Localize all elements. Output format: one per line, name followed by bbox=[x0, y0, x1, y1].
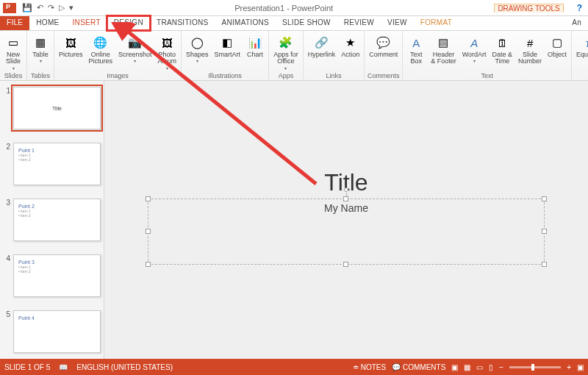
smartart-icon: ◧ bbox=[219, 35, 235, 51]
apps-icon: 🧩 bbox=[278, 35, 294, 51]
wordart-button[interactable]: AWordArt▾ bbox=[459, 32, 490, 71]
tab-review[interactable]: REVIEW bbox=[337, 16, 381, 30]
tab-format[interactable]: FORMAT bbox=[414, 16, 459, 30]
slideshow-icon[interactable]: ▷ bbox=[59, 3, 65, 12]
thumbnail-3[interactable]: 3Point 2• item 1• item 2 bbox=[3, 199, 101, 241]
action-button[interactable]: ★Action bbox=[338, 32, 362, 71]
status-bar: SLIDE 1 OF 5 📖 ENGLISH (UNITED STATES) ≐… bbox=[0, 359, 588, 375]
reading-view-icon[interactable]: ▭ bbox=[476, 363, 483, 371]
slide-counter[interactable]: SLIDE 1 OF 5 bbox=[4, 363, 50, 371]
group-label-comments: Comments bbox=[366, 71, 401, 80]
screenshot-button[interactable]: 📷Screenshot▾ bbox=[115, 32, 155, 71]
thumbnail-2[interactable]: 2Point 1• item 1• item 2 bbox=[3, 143, 101, 185]
new-slide-icon: ▭ bbox=[5, 35, 21, 51]
slide-number-button[interactable]: #Slide Number bbox=[515, 32, 545, 71]
resize-handle-tr[interactable] bbox=[542, 196, 547, 201]
ribbon-tabs: FILE HOME INSERT DESIGN TRANSITIONS ANIM… bbox=[0, 16, 588, 31]
header-footer-icon: ▤ bbox=[435, 35, 451, 51]
table-icon: ▦ bbox=[32, 35, 49, 51]
tab-transitions[interactable]: TRANSITIONS bbox=[150, 16, 215, 30]
group-images: 🖼Pictures 🌐Online Pictures 📷Screenshot▾ … bbox=[54, 31, 182, 80]
equation-icon: π bbox=[581, 35, 588, 51]
tab-view[interactable]: VIEW bbox=[381, 16, 414, 30]
date-time-button[interactable]: 🗓Date & Time bbox=[490, 32, 516, 71]
group-label-illus: Illustrations bbox=[183, 71, 267, 80]
table-button[interactable]: ▦Table▾ bbox=[29, 32, 52, 71]
powerpoint-app-icon bbox=[3, 3, 16, 13]
text-box-icon: A bbox=[408, 35, 424, 51]
hyperlink-icon: 🔗 bbox=[313, 35, 329, 51]
group-label-slides: Slides bbox=[1, 71, 25, 80]
resize-handle-tm[interactable] bbox=[343, 196, 348, 201]
thumbnail-4[interactable]: 4Point 3• item 1• item 2 bbox=[3, 254, 101, 297]
quick-access-toolbar: 💾 ↶ ↷ ▷ ▾ bbox=[22, 3, 74, 12]
online-pictures-icon: 🌐 bbox=[93, 35, 109, 51]
tab-insert[interactable]: INSERT bbox=[66, 16, 107, 30]
group-label-tables: Tables bbox=[29, 71, 52, 80]
help-icon[interactable]: ? bbox=[577, 3, 582, 13]
new-slide-button[interactable]: ▭New Slide▾ bbox=[1, 32, 25, 71]
group-text: AText Box ▤Header & Footer AWordArt▾ 🗓Da… bbox=[403, 31, 572, 80]
resize-handle-bl[interactable] bbox=[146, 262, 151, 267]
group-label-text: Text bbox=[404, 71, 570, 80]
smartart-button[interactable]: ◧SmartArt bbox=[212, 32, 244, 71]
object-button[interactable]: ▢Object bbox=[545, 32, 570, 71]
group-label-images: Images bbox=[56, 71, 179, 80]
spellcheck-icon[interactable]: 📖 bbox=[59, 363, 68, 371]
normal-view-icon[interactable]: ▣ bbox=[451, 363, 458, 371]
resize-handle-bm[interactable] bbox=[343, 262, 348, 267]
tab-file[interactable]: FILE bbox=[0, 16, 29, 30]
resize-handle-tl[interactable] bbox=[146, 196, 151, 201]
resize-handle-ml[interactable] bbox=[146, 229, 151, 234]
group-apps: 🧩Apps for Office▾ Apps bbox=[269, 31, 304, 80]
selected-text-box[interactable]: My Name bbox=[148, 199, 545, 265]
group-label-symbols: Symbols bbox=[573, 71, 588, 80]
save-icon[interactable]: 💾 bbox=[22, 3, 32, 12]
hyperlink-button[interactable]: 🔗Hyperlink bbox=[305, 32, 339, 71]
equation-button[interactable]: πEquation▾ bbox=[573, 32, 588, 71]
sorter-view-icon[interactable]: ▦ bbox=[464, 363, 470, 371]
resize-handle-br[interactable] bbox=[542, 262, 547, 267]
undo-icon[interactable]: ↶ bbox=[37, 3, 43, 12]
chart-icon: 📊 bbox=[247, 35, 263, 51]
group-tables: ▦Table▾ Tables bbox=[27, 31, 54, 80]
slide-canvas: Title My Name bbox=[324, 169, 368, 196]
comments-button[interactable]: 💬 COMMENTS bbox=[392, 363, 445, 371]
account-label[interactable]: An bbox=[565, 16, 588, 30]
slideshow-view-icon[interactable]: ▯ bbox=[489, 363, 493, 371]
notes-button[interactable]: ≐ NOTES bbox=[353, 363, 386, 371]
zoom-in-icon[interactable]: + bbox=[567, 363, 571, 371]
language-button[interactable]: ENGLISH (UNITED STATES) bbox=[76, 363, 173, 371]
text-box-button[interactable]: AText Box bbox=[404, 32, 428, 71]
group-comments: 💬Comment Comments bbox=[365, 31, 403, 80]
slide-number-icon: # bbox=[522, 35, 538, 51]
context-tab-label: DRAWING TOOLS bbox=[494, 4, 563, 12]
zoom-out-icon[interactable]: − bbox=[499, 363, 503, 371]
fit-window-icon[interactable]: ▣ bbox=[577, 363, 584, 371]
object-icon: ▢ bbox=[549, 35, 565, 51]
header-footer-button[interactable]: ▤Header & Footer bbox=[428, 32, 459, 71]
redo-icon[interactable]: ↷ bbox=[48, 3, 54, 12]
rotate-handle[interactable] bbox=[344, 188, 348, 192]
subtitle-text[interactable]: My Name bbox=[324, 202, 368, 264]
wordart-icon: A bbox=[466, 35, 482, 51]
group-label-links: Links bbox=[305, 71, 363, 80]
group-label-apps: Apps bbox=[270, 71, 301, 80]
tab-home[interactable]: HOME bbox=[29, 16, 65, 30]
tab-design[interactable]: DESIGN bbox=[107, 16, 150, 30]
apps-button[interactable]: 🧩Apps for Office▾ bbox=[270, 32, 301, 71]
shapes-button[interactable]: ◯Shapes▾ bbox=[183, 32, 212, 71]
chart-button[interactable]: 📊Chart bbox=[243, 32, 267, 71]
thumbnail-5[interactable]: 5Point 4 bbox=[3, 310, 101, 353]
zoom-slider[interactable] bbox=[509, 366, 561, 368]
pictures-button[interactable]: 🖼Pictures bbox=[56, 32, 86, 71]
resize-handle-mr[interactable] bbox=[542, 229, 547, 234]
action-icon: ★ bbox=[343, 35, 359, 51]
tab-slideshow[interactable]: SLIDE SHOW bbox=[276, 16, 337, 30]
tab-animations[interactable]: ANIMATIONS bbox=[215, 16, 276, 30]
online-pictures-button[interactable]: 🌐Online Pictures bbox=[86, 32, 116, 71]
thumbnail-1[interactable]: 1Title bbox=[3, 87, 101, 129]
photo-album-button[interactable]: 🖼Photo Album▾ bbox=[155, 32, 180, 71]
comment-button[interactable]: 💬Comment bbox=[366, 32, 401, 71]
slide-editor[interactable]: Title My Name bbox=[104, 81, 588, 359]
